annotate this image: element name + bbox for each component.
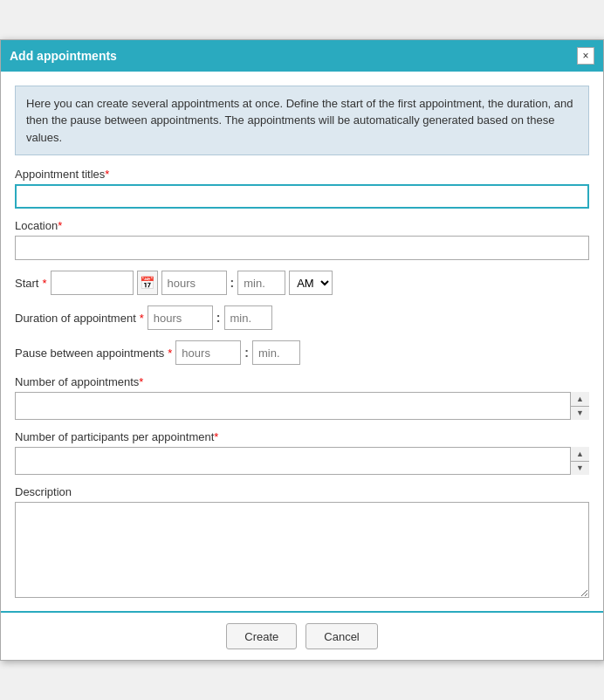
num-participants-label: Number of participants per appointment* [15,430,589,443]
description-textarea[interactable] [15,502,589,598]
num-appointments-down[interactable]: ▼ [571,407,589,421]
info-text: Here you can create several appointments… [26,97,573,144]
num-appointments-spinner: ▲ ▼ [570,392,589,420]
duration-label: Duration of appointment [15,312,136,325]
duration-min-input[interactable] [224,305,272,330]
start-group: Start * 📅 : AM PM [15,271,589,295]
duration-hours-input[interactable] [148,305,213,330]
required-marker-num: * [139,375,143,388]
num-participants-wrapper: ▲ ▼ [15,447,589,475]
colon-duration: : [216,311,221,325]
num-participants-group: Number of participants per appointment* … [15,430,589,475]
num-participants-spinner: ▲ ▼ [570,447,589,475]
required-marker-location: * [58,219,62,232]
pause-label: Pause between appointments [15,347,164,360]
duration-row: Duration of appointment * : [15,305,589,330]
start-hours-input[interactable] [161,271,227,295]
appointment-titles-input[interactable] [15,184,589,209]
location-label: Location* [15,219,589,232]
pause-hours-input[interactable] [175,340,241,365]
description-label: Description [15,485,589,498]
start-label: Start [15,277,38,290]
cancel-button[interactable]: Cancel [305,623,377,649]
num-participants-up[interactable]: ▲ [571,447,589,462]
add-appointments-dialog: Add appointments × Here you can create s… [0,39,604,662]
info-box: Here you can create several appointments… [15,86,589,156]
start-date-input[interactable] [51,271,134,295]
dialog-footer: Create Cancel [1,611,603,660]
close-button[interactable]: × [577,47,594,65]
appointment-titles-group: Appointment titles* [15,168,589,209]
colon-start: : [230,276,235,290]
create-button[interactable]: Create [226,623,297,649]
num-appointments-input[interactable] [15,392,589,420]
dialog-header: Add appointments × [1,40,603,72]
description-group: Description [15,485,589,600]
required-marker: * [105,168,109,181]
calendar-icon[interactable]: 📅 [137,271,158,295]
start-row: Start * 📅 : AM PM [15,271,589,295]
location-input[interactable] [15,236,589,260]
dialog-body: Here you can create several appointments… [1,72,603,601]
pause-row: Pause between appointments * : [15,340,589,365]
start-min-input[interactable] [237,271,285,295]
num-participants-input[interactable] [15,447,589,475]
num-appointments-label: Number of appointments* [15,375,589,388]
required-marker-participants: * [214,430,218,443]
pause-min-input[interactable] [252,340,300,365]
num-appointments-up[interactable]: ▲ [571,392,589,407]
colon-pause: : [244,346,249,360]
am-pm-select[interactable]: AM PM [289,271,333,295]
num-appointments-wrapper: ▲ ▼ [15,392,589,420]
location-group: Location* [15,219,589,260]
num-appointments-group: Number of appointments* ▲ ▼ [15,375,589,420]
dialog-title: Add appointments [10,49,117,63]
num-participants-down[interactable]: ▼ [571,462,589,476]
duration-group: Duration of appointment * : [15,305,589,330]
appointment-titles-label: Appointment titles* [15,168,589,181]
pause-group: Pause between appointments * : [15,340,589,365]
